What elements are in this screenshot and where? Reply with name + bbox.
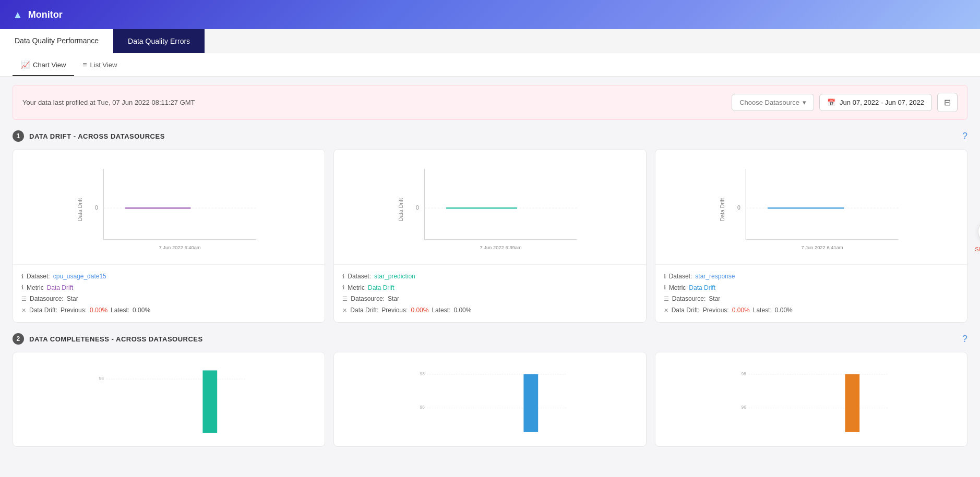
svg-text:7 Jun 2022 6:40am: 7 Jun 2022 6:40am: [159, 244, 200, 250]
filter-button[interactable]: ⊟: [937, 93, 958, 112]
info-icon-1: ℹ: [21, 272, 23, 282]
subtab-chart-view[interactable]: 📈 Chart View: [13, 53, 74, 76]
ds-icon-2: ☰: [342, 294, 348, 304]
dataset-label-1: Dataset:: [27, 271, 50, 283]
logo-icon: ▲: [13, 9, 23, 21]
drift-card-3: Data Drift 0 7 Jun 2022 6:41am ℹ Dataset…: [655, 149, 967, 323]
ds-value-1: Star: [67, 293, 78, 305]
info-row-drift-3: ✕ Data Drift: Previous: 0.00% Latest: 0.…: [664, 305, 959, 316]
ds-label-3: Datasource:: [672, 293, 706, 305]
section-1-label: DATA DRIFT - ACROSS DATASOURCES: [29, 132, 165, 140]
bar-svg-3: 98 96: [664, 361, 959, 438]
svg-text:Data Drift: Data Drift: [77, 198, 83, 221]
drift-card-2: Data Drift 0 7 Jun 2022 6:39am ℹ Dataset…: [333, 149, 646, 323]
alert-bar: Your data last profiled at Tue, 07 Jun 2…: [13, 85, 967, 120]
bar-chart-1: 58: [13, 352, 325, 446]
metric-icon-2: ℹ: [342, 283, 344, 293]
section-1-num: 1: [13, 130, 24, 142]
tab-quality-errors[interactable]: Data Quality Errors: [113, 29, 205, 53]
app-title: Monitor: [28, 9, 63, 20]
show-more-circle[interactable]: →: [978, 220, 980, 243]
drift-card-1-info: ℹ Dataset: cpu_usage_date15 ℹ Metric Dat…: [13, 264, 325, 322]
datasource-selector[interactable]: Choose Datasource ▾: [732, 94, 814, 111]
drift-icon-1: ✕: [21, 305, 26, 316]
bar-chart-3: 98 96: [655, 352, 967, 446]
drift-card-2-info: ℹ Dataset: star_prediction ℹ Metric Data…: [334, 264, 646, 322]
svg-text:Data Drift: Data Drift: [398, 198, 404, 221]
app-header: ▲ Monitor: [0, 0, 980, 29]
info-row-dataset-1: ℹ Dataset: cpu_usage_date15: [21, 271, 316, 283]
dataset-label-3: Dataset:: [669, 271, 692, 283]
metric-value-1: Data Drift: [47, 283, 74, 294]
drift-latest-label-3: Latest:: [753, 305, 772, 316]
info-row-dataset-2: ℹ Dataset: star_prediction: [342, 271, 637, 283]
ds-icon-1: ☰: [21, 294, 27, 304]
dataset-value-3[interactable]: star_response: [695, 271, 735, 283]
metric-icon-3: ℹ: [664, 283, 666, 293]
show-more-label: Show More: [975, 246, 980, 252]
metric-label-1: Metric: [27, 283, 44, 294]
svg-text:96: 96: [741, 405, 746, 410]
svg-rect-28: [524, 374, 539, 432]
drift-prev-label-3: Previous:: [703, 305, 729, 316]
info-row-metric-3: ℹ Metric Data Drift: [664, 283, 959, 294]
drift-prev-val-1: 0.00%: [90, 305, 107, 316]
drift-svg-3: Data Drift 0 7 Jun 2022 6:41am: [664, 158, 959, 256]
drift-prev-label-2: Previous:: [381, 305, 408, 316]
svg-rect-33: [845, 374, 859, 432]
section-1-header: 1 DATA DRIFT - ACROSS DATASOURCES ?: [13, 130, 967, 142]
subtab-list-view[interactable]: ≡ List View: [74, 53, 125, 76]
completeness-card-3: 98 96: [655, 352, 967, 447]
drift-card-1: Data Drift 0 7 Jun 2022 6:40am: [13, 149, 325, 323]
drift-icon-3: ✕: [664, 305, 668, 316]
ds-value-2: Star: [388, 293, 399, 305]
info-row-ds-2: ☰ Datasource: Star: [342, 293, 637, 305]
drift-latest-label-2: Latest:: [432, 305, 450, 316]
drift-latest-val-2: 0.00%: [453, 305, 471, 316]
ds-icon-3: ☰: [664, 294, 669, 304]
info-row-ds-3: ☰ Datasource: Star: [664, 293, 959, 305]
info-row-ds-1: ☰ Datasource: Star: [21, 293, 316, 305]
ds-label-2: Datasource:: [351, 293, 385, 305]
dataset-value-1[interactable]: cpu_usage_date15: [53, 271, 106, 283]
main-content: Your data last profiled at Tue, 07 Jun 2…: [0, 77, 980, 477]
drift-prev-val-2: 0.00%: [411, 305, 428, 316]
datasource-label: Choose Datasource: [739, 99, 799, 106]
tab-quality-performance[interactable]: Data Quality Performance: [0, 29, 113, 53]
main-tabs: Data Quality Performance Data Quality Er…: [0, 29, 980, 53]
info-row-drift-1: ✕ Data Drift: Previous: 0.00% Latest: 0.…: [21, 305, 316, 316]
ds-label-1: Datasource:: [30, 293, 64, 305]
drift-label-3: Data Drift:: [672, 305, 700, 316]
section-2-num: 2: [13, 333, 24, 345]
drift-chart-2: Data Drift 0 7 Jun 2022 6:39am: [334, 150, 646, 264]
sub-tabs: 📈 Chart View ≡ List View: [0, 53, 980, 77]
alert-text: Your data last profiled at Tue, 07 Jun 2…: [22, 99, 195, 106]
completeness-card-2: 98 96: [333, 352, 646, 447]
section-1-help-icon[interactable]: ?: [962, 131, 967, 142]
drift-latest-val-1: 0.00%: [133, 305, 150, 316]
show-more-button[interactable]: → Show More: [975, 220, 980, 252]
bar-svg-2: 98 96: [342, 361, 637, 438]
drift-latest-val-3: 0.00%: [775, 305, 793, 316]
metric-label-2: Metric: [348, 283, 365, 294]
drift-chart-1: Data Drift 0 7 Jun 2022 6:40am: [13, 150, 325, 264]
completeness-card-1: 58: [13, 352, 325, 447]
drift-cards-grid: Data Drift 0 7 Jun 2022 6:40am: [13, 149, 967, 323]
svg-text:0: 0: [737, 205, 740, 211]
svg-text:Data Drift: Data Drift: [719, 198, 725, 221]
dataset-value-2[interactable]: star_prediction: [374, 271, 415, 283]
svg-text:96: 96: [420, 405, 425, 410]
info-icon-2: ℹ: [342, 272, 344, 282]
metric-icon-1: ℹ: [21, 283, 23, 293]
section-2-title: 2 DATA COMPLETENESS - ACROSS DATASOURCES: [13, 333, 203, 345]
drift-chart-3: Data Drift 0 7 Jun 2022 6:41am: [655, 150, 967, 264]
controls: Choose Datasource ▾ 📅 Jun 07, 2022 - Jun…: [732, 93, 958, 112]
date-range-picker[interactable]: 📅 Jun 07, 2022 - Jun 07, 2022: [819, 94, 932, 111]
section-2-help-icon[interactable]: ?: [962, 334, 967, 345]
info-row-metric-2: ℹ Metric Data Drift: [342, 283, 637, 294]
svg-text:58: 58: [99, 376, 104, 381]
svg-rect-23: [202, 371, 217, 433]
drift-icon-2: ✕: [342, 305, 347, 316]
dataset-label-2: Dataset:: [348, 271, 371, 283]
svg-text:7 Jun 2022 6:39am: 7 Jun 2022 6:39am: [480, 244, 522, 250]
